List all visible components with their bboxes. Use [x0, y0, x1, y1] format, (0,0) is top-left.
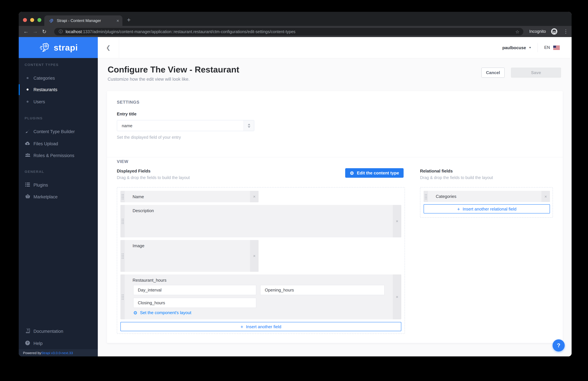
sidebar-item-restaurants[interactable]: Restaurants — [19, 84, 98, 95]
locale-label[interactable]: EN — [544, 45, 550, 50]
sidebar-footer: Powered by Strapi v3.0.0-next.33 — [19, 349, 98, 356]
url-text: localhost:1337/admin/plugins/content-man… — [66, 29, 515, 34]
brush-icon — [25, 129, 31, 134]
remove-field-icon[interactable]: × — [250, 240, 259, 272]
settings-section-label: SETTINGS — [117, 100, 139, 105]
screen: Strapi - Content Manager × + ← → ↻ ⓘ loc… — [0, 0, 588, 381]
save-button: Save — [511, 68, 561, 78]
entry-title-help: Set the displayed field of your entry — [117, 135, 181, 140]
cloud-upload-icon — [25, 141, 31, 146]
caret-down-icon[interactable]: ▾ — [529, 46, 531, 49]
bookmark-star-icon[interactable]: ☆ — [515, 29, 519, 34]
users-icon — [25, 153, 31, 158]
drag-handle-icon[interactable] — [120, 274, 125, 319]
drag-handle-icon[interactable] — [424, 191, 428, 202]
sidebar-item-documentation[interactable]: Documentation — [19, 326, 98, 336]
site-info-icon[interactable]: ⓘ — [59, 29, 63, 34]
field-row-description[interactable]: Description × — [120, 205, 401, 237]
strapi-app: strapi CONTENT TYPES Categories Restaura… — [19, 37, 572, 356]
field-label: Description — [133, 208, 154, 213]
question-circle-icon: ? — [25, 341, 31, 346]
us-flag-icon[interactable] — [553, 45, 560, 50]
drag-handle-icon[interactable] — [120, 191, 125, 202]
sidebar-item-categories[interactable]: Categories — [19, 73, 98, 83]
set-component-layout-link[interactable]: ⚙ Set the component's layout — [133, 310, 191, 315]
field-row-image[interactable]: Image × — [120, 240, 259, 272]
sidebar-item-label: Files Upload — [33, 141, 58, 146]
gear-icon: ⚙ — [350, 171, 354, 175]
field-row-categories[interactable]: Categories × — [424, 191, 550, 202]
field-label: Image — [133, 243, 144, 248]
cancel-button[interactable]: Cancel — [481, 68, 505, 78]
sidebar-item-marketplace[interactable]: Marketplace — [19, 191, 98, 202]
page-title: Configure The View - Restaurant — [108, 65, 239, 75]
gear-icon: ⚙ — [133, 310, 137, 315]
edit-content-type-label: Edit the content type — [357, 170, 399, 175]
field-label: Name — [133, 194, 144, 199]
set-component-layout-label: Set the component's layout — [140, 310, 191, 315]
sidebar-item-roles-permissions[interactable]: Roles & Permissions — [19, 150, 98, 161]
remove-field-icon[interactable]: × — [393, 205, 401, 237]
main-content: Configure The View - Restaurant Customiz… — [98, 58, 572, 356]
reload-icon[interactable]: ↻ — [40, 28, 49, 35]
sidebar-item-users[interactable]: Users — [19, 96, 98, 107]
insert-another-field-button[interactable]: + Insert another field — [120, 322, 401, 331]
insert-field-label: Insert another field — [246, 324, 281, 329]
strapi-logo[interactable]: strapi — [19, 37, 98, 58]
select-caret-icon[interactable] — [243, 120, 254, 131]
url-bar[interactable]: ⓘ localhost:1337/admin/plugins/content-m… — [54, 28, 523, 35]
basket-icon — [25, 194, 31, 199]
insert-relational-field-button[interactable]: + Insert another relational field — [424, 204, 550, 213]
help-fab-button[interactable]: ? — [553, 339, 565, 351]
edit-content-type-button[interactable]: ⚙ Edit the content type — [345, 168, 404, 178]
back-chevron-button[interactable]: ❮ — [98, 37, 119, 58]
remove-field-icon[interactable]: × — [393, 274, 401, 319]
macos-minimize-button[interactable] — [30, 18, 34, 22]
browser-window: Strapi - Content Manager × + ← → ↻ ⓘ loc… — [19, 12, 572, 356]
sidebar-item-content-type-builder[interactable]: Content Type Builder — [19, 126, 98, 137]
user-menu[interactable]: paulbocuse — [502, 45, 526, 50]
strapi-rocket-icon — [39, 42, 50, 53]
tab-close-icon[interactable]: × — [116, 18, 119, 23]
new-tab-button[interactable]: + — [127, 16, 131, 24]
remove-field-icon[interactable]: × — [250, 191, 259, 202]
plus-icon: + — [457, 206, 460, 211]
drag-handle-icon[interactable] — [120, 205, 125, 237]
macos-close-button[interactable] — [23, 18, 27, 22]
view-section-label: VIEW — [117, 159, 128, 164]
component-field-day-interval[interactable]: Day_interval — [133, 285, 256, 295]
sidebar-item-label: Plugins — [33, 182, 48, 187]
drag-handle-icon[interactable] — [120, 240, 125, 272]
sidebar: strapi CONTENT TYPES Categories Restaura… — [19, 37, 98, 356]
insert-relational-label: Insert another relational field — [463, 206, 516, 211]
remove-field-icon[interactable]: × — [541, 191, 550, 202]
incognito-label: Incognito — [529, 29, 546, 34]
strapi-version-link[interactable]: Strapi v3.0.0-next.33 — [41, 351, 73, 355]
component-field-opening-hours[interactable]: Opening_hours — [260, 285, 385, 295]
page-subtitle: Customize how the edit view will look li… — [108, 77, 190, 82]
sidebar-item-plugins[interactable]: Plugins — [19, 180, 98, 190]
browser-tab[interactable]: Strapi - Content Manager × — [44, 15, 122, 26]
relational-fields-dropzone: Categories × + Insert another relational… — [420, 187, 553, 218]
content-column: ❮ paulbocuse ▾ EN — [98, 37, 572, 356]
relational-fields-title: Relational fields — [420, 169, 453, 173]
sidebar-item-label: Roles & Permissions — [33, 153, 74, 158]
back-icon[interactable]: ← — [21, 29, 31, 34]
divider — [107, 157, 563, 157]
powered-by-text: Powered by — [23, 351, 41, 355]
component-field-closing-hours[interactable]: Closing_hours — [133, 298, 256, 308]
field-row-name[interactable]: Name × — [120, 191, 259, 202]
sidebar-item-label: Documentation — [33, 329, 63, 334]
book-icon — [25, 328, 31, 334]
app-header: ❮ paulbocuse ▾ EN — [98, 37, 572, 58]
sidebar-item-help[interactable]: ? Help — [19, 338, 98, 349]
url-path: :1337/admin/plugins/content-manager/appl… — [82, 29, 295, 34]
field-row-restaurant-hours[interactable]: Restaurant_hours Day_interval Opening_ho… — [120, 274, 401, 319]
entry-title-select[interactable]: name — [117, 120, 254, 131]
svg-text:?: ? — [27, 341, 29, 344]
sidebar-item-files-upload[interactable]: Files Upload — [19, 138, 98, 149]
browser-menu-icon[interactable]: ⋮ — [563, 29, 568, 34]
macos-zoom-button[interactable] — [37, 18, 41, 22]
forward-icon[interactable]: → — [31, 29, 40, 34]
displayed-fields-title: Displayed Fields — [117, 169, 150, 173]
